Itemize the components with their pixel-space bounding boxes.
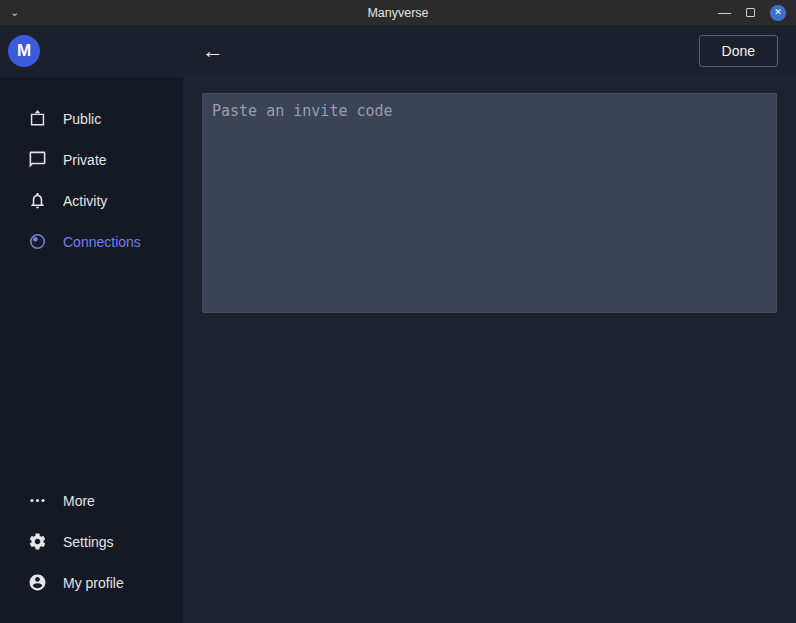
sidebar-item-public[interactable]: Public: [0, 98, 183, 139]
window-title: Manyverse: [0, 6, 796, 20]
profile-icon: [27, 573, 47, 593]
sidebar-item-label: Connections: [63, 234, 141, 250]
message-bubble-icon: [27, 150, 47, 170]
window-controls: — ✕: [718, 5, 796, 21]
manyverse-window: ⌄ Manyverse — ✕ M ← Done Public: [0, 0, 796, 623]
bell-icon: [27, 191, 47, 211]
invite-code-input[interactable]: [202, 93, 777, 313]
sidebar-item-private[interactable]: Private: [0, 139, 183, 180]
sidebar-item-label: Public: [63, 111, 101, 127]
done-button[interactable]: Done: [699, 35, 778, 67]
logo-area: M: [0, 35, 183, 67]
sidebar-item-settings[interactable]: Settings: [0, 521, 183, 562]
sidebar-item-connections[interactable]: Connections: [0, 221, 183, 262]
sidebar-item-label: Activity: [63, 193, 107, 209]
sidebar-item-label: More: [63, 493, 95, 509]
swarm-icon: [27, 232, 47, 252]
sidebar-spacer: [0, 262, 183, 480]
sidebar-item-label: Private: [63, 152, 107, 168]
main-content: [183, 77, 796, 623]
titlebar-menu-chevron[interactable]: ⌄: [10, 7, 19, 18]
sidebar: Public Private Activity: [0, 77, 183, 623]
sidebar-item-my-profile[interactable]: My profile: [0, 562, 183, 603]
dots-icon: [27, 491, 47, 511]
gear-icon: [27, 532, 47, 552]
app-header: M ← Done: [0, 25, 796, 77]
titlebar: ⌄ Manyverse — ✕: [0, 0, 796, 25]
bulletin-board-icon: [27, 109, 47, 129]
back-button[interactable]: ←: [202, 40, 224, 62]
content-area: Public Private Activity: [0, 77, 796, 623]
app-logo: M: [8, 35, 40, 67]
sidebar-item-activity[interactable]: Activity: [0, 180, 183, 221]
restore-button[interactable]: [746, 8, 755, 17]
minimize-button[interactable]: —: [718, 6, 731, 19]
sidebar-item-label: My profile: [63, 575, 124, 591]
sidebar-item-label: Settings: [63, 534, 114, 550]
sidebar-item-more[interactable]: More: [0, 480, 183, 521]
close-button[interactable]: ✕: [770, 5, 786, 21]
